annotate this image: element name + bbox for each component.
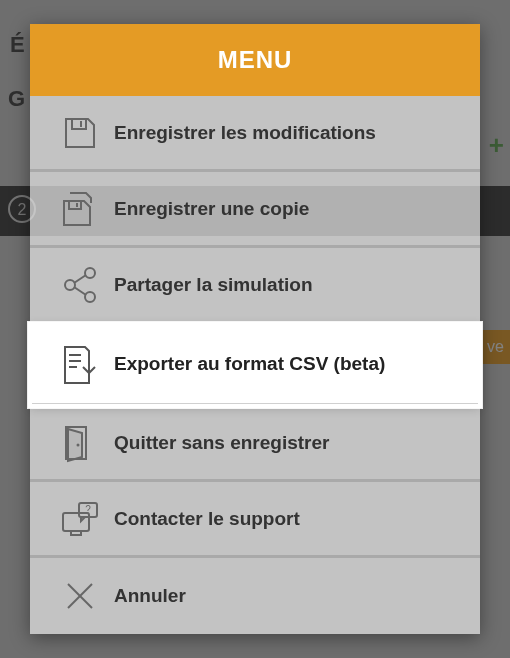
save-icon xyxy=(48,113,112,153)
svg-point-5 xyxy=(65,280,75,290)
svg-point-6 xyxy=(85,292,95,302)
menu-item-share[interactable]: Partager la simulation xyxy=(30,248,480,324)
menu-title: MENU xyxy=(30,24,480,96)
menu-item-label: Exporter au format CSV (beta) xyxy=(114,353,385,375)
menu-item-label: Enregistrer les modifications xyxy=(114,122,376,144)
menu-item-quit[interactable]: Quitter sans enregistrer xyxy=(30,406,480,482)
menu-item-label: Enregistrer une copie xyxy=(114,198,309,220)
exit-icon xyxy=(48,423,112,463)
save-copy-icon xyxy=(48,189,112,229)
menu-item-save[interactable]: Enregistrer les modifications xyxy=(30,96,480,172)
svg-line-7 xyxy=(74,275,86,283)
svg-line-8 xyxy=(74,287,86,295)
svg-point-13 xyxy=(77,443,80,446)
svg-point-4 xyxy=(85,268,95,278)
menu-item-export-csv[interactable]: Exporter au format CSV (beta) xyxy=(30,324,480,406)
menu-item-label: Quitter sans enregistrer xyxy=(114,432,329,454)
close-icon xyxy=(48,578,112,614)
svg-rect-14 xyxy=(63,513,89,531)
menu-item-support[interactable]: ? Contacter le support xyxy=(30,482,480,558)
share-icon xyxy=(48,265,112,305)
support-icon: ? xyxy=(48,499,112,539)
menu-item-save-copy[interactable]: Enregistrer une copie xyxy=(30,172,480,248)
menu-item-label: Contacter le support xyxy=(114,508,300,530)
menu-list: Enregistrer les modifications Enregistre… xyxy=(30,96,480,634)
svg-text:?: ? xyxy=(85,504,91,515)
menu-item-label: Partager la simulation xyxy=(114,274,313,296)
menu-panel: MENU Enregistrer les modifications xyxy=(30,24,480,634)
svg-rect-0 xyxy=(72,119,86,129)
menu-item-cancel[interactable]: Annuler xyxy=(30,558,480,634)
menu-item-label: Annuler xyxy=(114,585,186,607)
svg-rect-15 xyxy=(71,531,81,535)
export-icon xyxy=(48,343,112,385)
svg-rect-2 xyxy=(69,201,81,209)
